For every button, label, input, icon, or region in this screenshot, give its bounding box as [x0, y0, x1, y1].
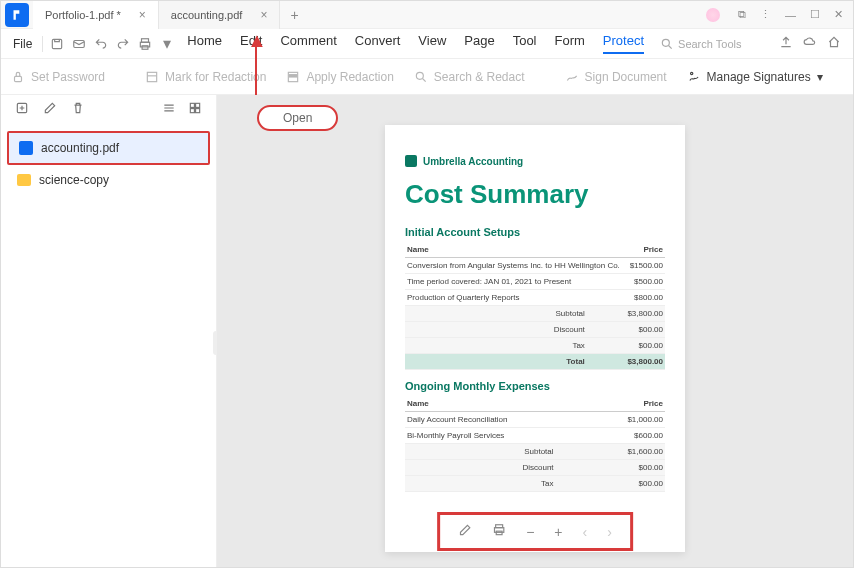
svg-rect-16 [190, 109, 194, 113]
sidebar-folder-science[interactable]: science-copy [7, 165, 210, 195]
pdf-page: Umbrella Accounting Cost Summary Initial… [385, 125, 685, 552]
zoom-in-icon[interactable]: + [554, 524, 562, 540]
page-controls: − + ‹ › [437, 512, 633, 551]
folder-name: science-copy [39, 173, 109, 187]
menu-view[interactable]: View [418, 33, 446, 54]
brand-logo-icon [405, 155, 417, 167]
tab-label: Portfolio-1.pdf * [45, 9, 121, 21]
table-row: Bi-Monthly Payroll Services$600.00 [405, 428, 665, 444]
svg-point-11 [690, 72, 692, 74]
menu-comment[interactable]: Comment [280, 33, 336, 54]
brand-name: Umbrella Accounting [423, 156, 523, 167]
maximize-icon[interactable]: ☐ [810, 8, 820, 21]
ai-icon[interactable] [706, 8, 720, 22]
table-row: Conversion from Angular Systems Inc. to … [405, 258, 665, 274]
home-icon[interactable] [827, 35, 841, 53]
cloud-icon[interactable] [803, 35, 817, 53]
add-icon[interactable] [15, 101, 29, 119]
tab-accounting[interactable]: accounting.pdf × [159, 1, 281, 29]
titlebar: Portfolio-1.pdf * × accounting.pdf × + ⧉… [1, 1, 853, 29]
print-icon[interactable] [135, 34, 155, 54]
close-icon[interactable]: × [139, 8, 146, 22]
new-tab-button[interactable]: + [280, 7, 308, 23]
share-icon[interactable]: ⧉ [738, 8, 746, 21]
tab-label: accounting.pdf [171, 9, 243, 21]
set-password-button[interactable]: Set Password [11, 70, 105, 84]
mark-redaction-button[interactable]: Mark for Redaction [145, 70, 266, 84]
table-row: Tax$00.00 [405, 338, 665, 354]
close-icon[interactable]: × [260, 8, 267, 22]
search-redact-button[interactable]: Search & Redact [414, 70, 525, 84]
close-window-icon[interactable]: ✕ [834, 8, 843, 21]
chevron-down-icon: ▾ [817, 70, 823, 84]
svg-rect-6 [15, 76, 22, 81]
delete-icon[interactable] [71, 101, 85, 119]
svg-rect-7 [147, 72, 156, 81]
zoom-out-icon[interactable]: − [526, 524, 534, 540]
file-name: accounting.pdf [41, 141, 119, 155]
table-row: Subtotal$1,600.00 [405, 444, 665, 460]
list-view-icon[interactable] [162, 101, 176, 119]
dropdown-icon[interactable]: ▾ [157, 34, 177, 54]
table-row: Subtotal$3,800.00 [405, 306, 665, 322]
folder-icon [17, 174, 31, 186]
svg-rect-15 [196, 103, 200, 107]
edit-icon[interactable] [43, 101, 57, 119]
table-row: Production of Quarterly Reports$800.00 [405, 290, 665, 306]
menu-protect[interactable]: Protect [603, 33, 644, 54]
svg-point-5 [662, 39, 669, 46]
manage-signatures-button[interactable]: Manage Signatures▾ [687, 70, 823, 84]
apply-redaction-button[interactable]: Apply Redaction [286, 70, 393, 84]
prev-page-icon[interactable]: ‹ [583, 524, 588, 540]
mail-icon[interactable] [69, 34, 89, 54]
section-heading: Initial Account Setups [405, 226, 665, 238]
annotate-icon[interactable] [458, 523, 472, 540]
table-initial-setups: NamePrice Conversion from Angular System… [405, 242, 665, 370]
open-button[interactable]: Open [257, 105, 338, 131]
svg-rect-14 [190, 103, 194, 107]
minimize-icon[interactable]: — [785, 9, 796, 21]
menu-edit[interactable]: Edit [240, 33, 262, 54]
file-menu[interactable]: File [7, 37, 38, 51]
sign-document-button[interactable]: Sign Document [565, 70, 667, 84]
redo-icon[interactable] [113, 34, 133, 54]
sidebar: accounting.pdf science-copy [1, 95, 217, 567]
upload-icon[interactable] [779, 35, 793, 53]
menu-form[interactable]: Form [555, 33, 585, 54]
table-monthly-expenses: NamePrice Daily Account Reconciliation$1… [405, 396, 665, 492]
table-row: Discount$00.00 [405, 322, 665, 338]
svg-rect-0 [53, 39, 62, 48]
table-row: Discount$00.00 [405, 460, 665, 476]
undo-icon[interactable] [91, 34, 111, 54]
table-row: Tax$00.00 [405, 476, 665, 492]
pdf-file-icon [19, 141, 33, 155]
table-row: Total$3,800.00 [405, 354, 665, 370]
tab-portfolio[interactable]: Portfolio-1.pdf * × [33, 1, 159, 29]
table-row: Daily Account Reconciliation$1,000.00 [405, 412, 665, 428]
svg-rect-17 [196, 109, 200, 113]
save-icon[interactable] [47, 34, 67, 54]
menu-home[interactable]: Home [187, 33, 222, 54]
content-area: Open Umbrella Accounting Cost Summary In… [217, 95, 853, 567]
section-heading: Ongoing Monthly Expenses [405, 380, 665, 392]
sidebar-file-accounting[interactable]: accounting.pdf [7, 131, 210, 165]
search-tools[interactable]: Search Tools [660, 37, 741, 51]
menu-convert[interactable]: Convert [355, 33, 401, 54]
svg-rect-9 [290, 74, 297, 76]
svg-point-10 [416, 72, 423, 79]
protect-toolbar: Set Password Mark for Redaction Apply Re… [1, 59, 853, 95]
more-icon[interactable]: ⋮ [760, 8, 771, 21]
menubar: File ▾ Home Edit Comment Convert View Pa… [1, 29, 853, 59]
menu-tool[interactable]: Tool [513, 33, 537, 54]
table-row: Time period covered: JAN 01, 2021 to Pre… [405, 274, 665, 290]
menu-page[interactable]: Page [464, 33, 494, 54]
app-icon [5, 3, 29, 27]
print-icon[interactable] [492, 523, 506, 540]
grid-view-icon[interactable] [188, 101, 202, 119]
next-page-icon[interactable]: › [607, 524, 612, 540]
doc-title: Cost Summary [405, 179, 665, 210]
